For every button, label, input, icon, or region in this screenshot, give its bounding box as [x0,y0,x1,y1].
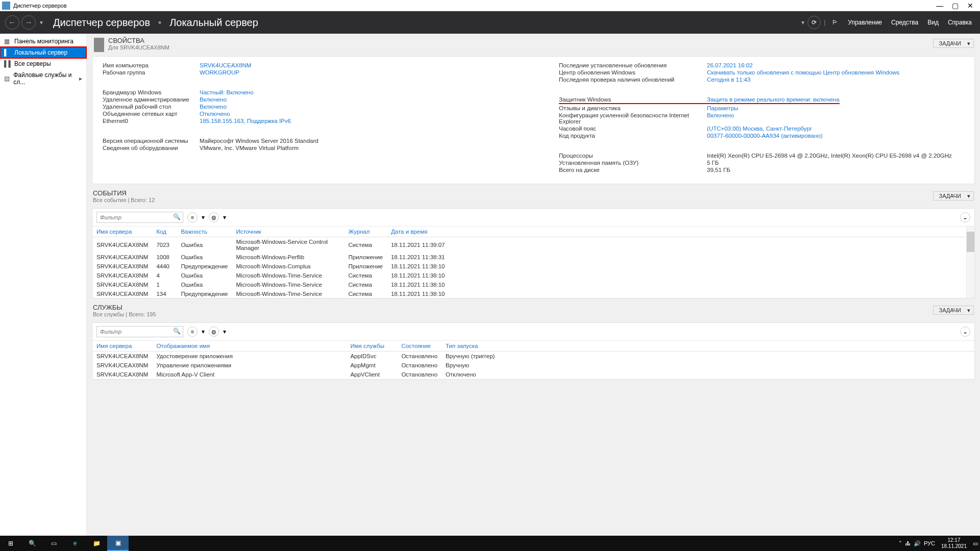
main-content: СВОЙСТВА Для SRVK4UCEAX8NM ЗАДАЧИ Имя ко… [87,34,980,536]
property-label: Отзывы и диагностика [559,105,707,111]
column-header[interactable]: Важность [177,227,232,237]
events-filter-field[interactable] [97,213,183,221]
services-expand-button[interactable]: ⌄ [960,327,970,337]
table-row[interactable]: SRVK4UCEAX8NM134ПредупреждениеMicrosoft-… [92,289,974,298]
table-row[interactable]: SRVK4UCEAX8NM4ОшибкаMicrosoft-Windows-Ti… [92,271,974,280]
property-value[interactable]: 00377-60000-00000-AA934 (активировано) [707,133,823,139]
property-value[interactable]: Включено [707,112,734,124]
breadcrumb-sep: • [158,17,162,28]
sidebar-item-local-server[interactable]: ▌ Локальный сервер [0,47,86,58]
column-header[interactable]: Состояние [397,341,442,352]
search-icon[interactable]: 🔍 [173,328,181,335]
tray-chevron-icon[interactable]: ˄ [899,540,902,547]
property-label: Установленная память (ОЗУ) [559,160,707,166]
property-value[interactable]: Защита в режиме реального времени: включ… [707,96,840,104]
chevron-down-icon[interactable]: ▾ [202,328,205,335]
taskbar-search-button[interactable]: 🔍 [21,536,43,551]
back-button[interactable]: ← [5,15,19,30]
help-menu[interactable]: Справка [945,17,975,28]
property-label: Сведения об оборудовании [103,145,200,151]
table-row[interactable]: SRVK4UCEAX8NMУправление приложениямиAppM… [92,361,974,370]
property-value[interactable]: 26.07.2021 16:02 [707,62,753,68]
table-row[interactable]: SRVK4UCEAX8NM7023ОшибкаMicrosoft-Windows… [92,237,974,253]
taskbar-ie-button[interactable]: e [64,536,86,551]
services-view-button[interactable]: ≡ [187,327,198,337]
events-table: Имя сервераКодВажностьИсточникЖурналДата… [92,227,974,298]
property-value[interactable]: Включено [200,96,227,103]
column-header[interactable]: Источник [232,227,345,237]
column-header[interactable]: Журнал [345,227,387,237]
events-expand-button[interactable]: ⌄ [960,212,970,222]
events-query-button[interactable]: ◍ [209,212,219,222]
chevron-down-icon[interactable]: ▾ [223,214,226,221]
property-value[interactable]: Скачивать только обновления с помощью Це… [707,69,899,76]
sidebar-item-file-services[interactable]: ▤ Файловые службы и сл... ▸ [0,69,86,88]
tray-sound-icon[interactable]: 🔊 [914,540,921,547]
column-header[interactable]: Имя сервера [92,341,152,352]
services-tasks-button[interactable]: ЗАДАЧИ [933,306,974,315]
events-tasks-button[interactable]: ЗАДАЧИ [933,191,974,201]
property-label: Объединение сетевых карт [103,111,200,117]
properties-tasks-button[interactable]: ЗАДАЧИ [933,39,974,48]
property-value[interactable]: (UTC+03:00) Москва, Санкт-Петербург [707,126,812,132]
column-header[interactable]: Дата и время [387,227,974,237]
table-row[interactable]: SRVK4UCEAX8NMУдостоверение приложенияApp… [92,352,974,361]
table-row[interactable]: SRVK4UCEAX8NM1008ОшибкаMicrosoft-Windows… [92,253,974,262]
tray-notifications-icon[interactable]: ▭ [973,540,978,547]
property-row: Ethernet0185.158.155.163, Поддержка IPv6 [103,117,508,124]
notifications-button[interactable]: 🏳 [828,16,842,29]
view-menu[interactable]: Вид [924,17,942,28]
task-view-button[interactable]: ▭ [43,536,64,551]
column-header[interactable]: Код [152,227,177,237]
services-filter-field[interactable] [97,328,183,336]
property-value[interactable]: Сегодня в 11:43 [707,77,750,83]
events-view-button[interactable]: ≡ [187,212,198,222]
table-row[interactable]: SRVK4UCEAX8NM1ОшибкаMicrosoft-Windows-Ti… [92,280,974,289]
server-icon: ▌ [4,49,11,56]
chevron-down-icon[interactable]: ▾ [202,214,205,221]
breadcrumb-root[interactable]: Диспетчер серверов [53,17,150,28]
property-row: Удаленный рабочий столВключено [103,103,508,110]
taskbar-clock[interactable]: 12:17 18.11.2021 [938,536,970,550]
events-scrollbar[interactable] [966,227,974,298]
properties-left-column: Имя компьютераSRVK4UCEAX8NMРабочая групп… [103,62,508,173]
table-row[interactable]: SRVK4UCEAX8NMMicrosoft App-V ClientAppVC… [92,370,974,379]
tools-menu[interactable]: Средства [888,17,921,28]
column-header[interactable]: Тип запуска [442,341,974,352]
services-query-button[interactable]: ◍ [209,327,219,337]
column-header[interactable]: Имя сервера [92,227,152,237]
events-filter-input[interactable]: 🔍 [96,212,183,223]
tray-language[interactable]: РУС [924,540,935,546]
sidebar-item-all-servers[interactable]: ▌▌ Все серверы [0,58,86,69]
sidebar-item-dashboard[interactable]: ▦ Панель мониторинга [0,36,86,47]
server-tile-icon [94,38,104,52]
tray-network-icon[interactable]: 🖧 [905,540,911,546]
column-header[interactable]: Имя службы [346,341,397,352]
property-value[interactable]: SRVK4UCEAX8NM [200,62,251,68]
minimize-button[interactable]: — [932,0,947,11]
forward-button[interactable]: → [21,15,36,30]
maximize-button[interactable]: ▢ [947,0,963,11]
services-filter-input[interactable]: 🔍 [96,326,183,337]
close-button[interactable]: ✕ [963,0,978,11]
property-value[interactable]: 185.158.155.163, Поддержка IPv6 [200,118,291,124]
property-label: Последняя проверка наличия обновлений [559,77,707,83]
table-row[interactable]: SRVK4UCEAX8NM4440ПредупреждениеMicrosoft… [92,262,974,271]
property-value[interactable]: Включено [200,104,227,110]
column-header[interactable]: Отображаемое имя [152,341,346,352]
start-button[interactable]: ⊞ [0,536,21,551]
toolbar-dropdown-icon[interactable]: ▾ [801,19,804,26]
taskbar-server-manager-button[interactable]: ▣ [107,536,129,551]
taskbar-explorer-button[interactable]: 📁 [86,536,107,551]
manage-menu[interactable]: Управление [845,17,885,28]
property-value[interactable]: WORKGROUP [200,69,239,76]
property-row: Рабочая группаWORKGROUP [103,69,508,76]
property-value[interactable]: Частный: Включено [200,89,254,95]
search-icon[interactable]: 🔍 [173,213,181,220]
property-label: Последние установленные обновления [559,62,707,68]
chevron-down-icon[interactable]: ▾ [223,328,226,335]
property-value: 39,51 ГБ [707,167,730,173]
property-value[interactable]: Параметры [707,105,738,111]
property-value[interactable]: Отключено [200,111,230,117]
refresh-button[interactable]: ⟳ [807,16,821,29]
